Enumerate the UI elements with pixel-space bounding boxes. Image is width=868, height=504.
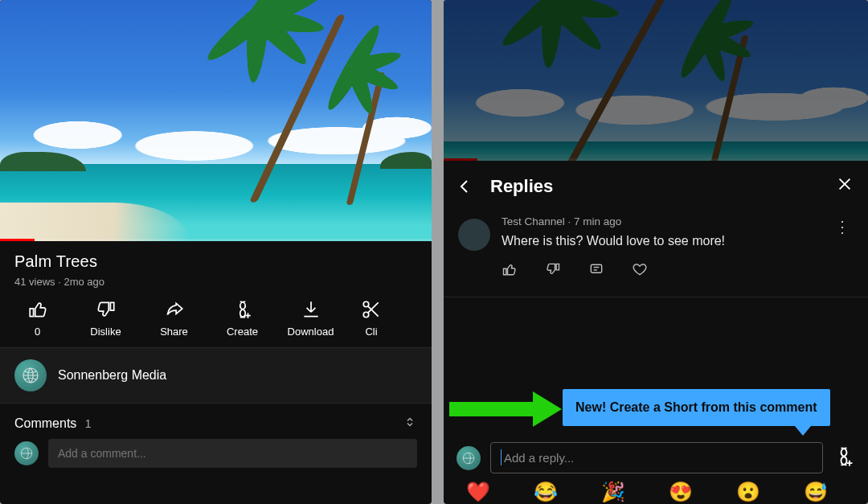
add-comment-row: [0, 439, 432, 479]
thumb-down-icon[interactable]: [545, 261, 561, 281]
download-label: Download: [288, 326, 334, 338]
video-meta: Palm Trees 41 views · 2mo ago: [0, 241, 432, 291]
channel-row[interactable]: Sonnenberg Media: [0, 347, 432, 404]
comments-count: 1: [85, 417, 92, 430]
reply-input[interactable]: Add a reply...: [490, 442, 823, 473]
thumb-down-icon: [96, 299, 117, 320]
download-icon: [301, 299, 321, 320]
video-title[interactable]: Palm Trees: [14, 252, 97, 271]
emoji-sweat-smile[interactable]: 😅: [804, 481, 828, 503]
svg-point-3: [363, 312, 369, 318]
emoji-hearts-eyes[interactable]: 😍: [669, 481, 693, 503]
comment-author[interactable]: Test Channel: [502, 215, 565, 227]
video-player-dimmed[interactable]: [444, 0, 868, 161]
share-icon: [164, 299, 185, 320]
emoji-heart[interactable]: ❤️: [466, 481, 490, 503]
user-avatar: [14, 441, 39, 465]
replies-header: Replies: [444, 161, 868, 209]
reply-icon[interactable]: [588, 261, 604, 281]
share-button[interactable]: Share: [140, 299, 208, 338]
reply-placeholder: Add a reply...: [504, 451, 574, 465]
screenshot-frame: Palm Trees 41 views · 2mo ago 0 Dislike: [0, 0, 868, 504]
comment-meta: Test Channel · 7 min ago: [502, 215, 820, 227]
svg-rect-10: [591, 264, 601, 272]
emoji-joy[interactable]: 😂: [534, 481, 558, 503]
action-row: 0 Dislike Share Create: [0, 291, 432, 347]
video-stats: 41 views · 2mo ago: [14, 276, 417, 288]
download-button[interactable]: Download: [276, 299, 345, 338]
comment-item: Test Channel · 7 min ago Where is this? …: [444, 209, 868, 289]
dislike-label: Dislike: [90, 326, 121, 338]
heart-icon[interactable]: [632, 261, 648, 281]
close-icon[interactable]: [836, 175, 854, 198]
watch-panel: Palm Trees 41 views · 2mo ago 0 Dislike: [0, 0, 432, 504]
tooltip-text: New! Create a Short from this comment: [563, 389, 830, 426]
annotation-arrow-icon: [449, 393, 565, 425]
back-icon[interactable]: [453, 177, 476, 196]
like-count: 0: [35, 326, 40, 338]
scissors-icon: [361, 299, 382, 320]
emoji-party[interactable]: 🎉: [601, 481, 625, 503]
create-short-from-comment-button[interactable]: [833, 445, 855, 471]
share-label: Share: [160, 326, 188, 338]
text-caret: [501, 449, 502, 465]
emoji-open-mouth[interactable]: 😮: [736, 481, 760, 503]
seek-progress: [0, 239, 35, 241]
divider: [444, 297, 868, 297]
thumb-up-icon[interactable]: [502, 261, 518, 281]
seek-track[interactable]: [0, 239, 432, 241]
channel-name: Sonnenberg Media: [58, 368, 166, 383]
create-short-icon: [232, 299, 253, 320]
comments-label: Comments: [14, 416, 76, 430]
svg-point-2: [363, 301, 369, 307]
add-comment-input[interactable]: [48, 439, 417, 468]
replies-title: Replies: [490, 176, 821, 197]
reply-row: Add a reply...: [444, 442, 868, 473]
commenter-avatar[interactable]: [458, 219, 490, 251]
emoji-quick-row: ❤️ 😂 🎉 😍 😮 😅: [444, 481, 868, 503]
dislike-button[interactable]: Dislike: [72, 299, 140, 338]
channel-avatar: [14, 359, 47, 391]
like-button[interactable]: 0: [3, 299, 72, 338]
sort-toggle-icon[interactable]: [403, 415, 417, 432]
kebab-menu-icon[interactable]: ⋮: [831, 215, 854, 281]
create-label: Create: [227, 326, 258, 338]
comment-time: 7 min ago: [574, 215, 621, 227]
comment-text: Where is this? Would love to see more!: [502, 232, 820, 250]
user-avatar: [457, 446, 481, 470]
comment-actions: [502, 261, 820, 281]
dim-overlay: [444, 0, 868, 161]
create-button[interactable]: Create: [208, 299, 276, 338]
feature-tooltip: New! Create a Short from this comment: [563, 389, 830, 426]
clip-label: Cli: [365, 326, 377, 338]
clip-button[interactable]: Cli: [345, 299, 398, 338]
video-player[interactable]: [0, 0, 432, 241]
comments-header[interactable]: Comments 1: [0, 404, 432, 439]
thumb-up-icon: [27, 299, 48, 320]
